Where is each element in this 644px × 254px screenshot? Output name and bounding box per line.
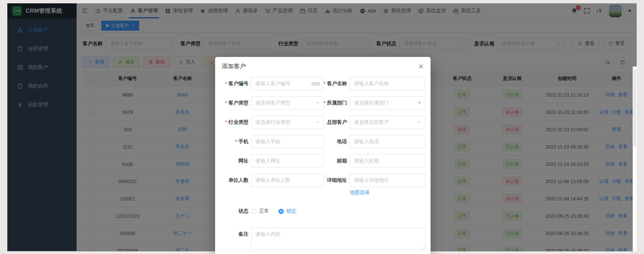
modal-form-row: 单位人数请输入单位人数详细地址请输入详细地址 <box>215 173 431 187</box>
field-label-客户类型: * 客户类型 <box>222 100 248 106</box>
radio-label: 正常 <box>259 208 269 214</box>
remark-placeholder: 请输入内容 <box>255 231 280 237</box>
field-label-手机: * 手机 <box>222 138 248 145</box>
field-label-邮箱: 邮箱 <box>324 158 347 164</box>
remark-textarea[interactable]: 请输入内容 <box>251 228 426 250</box>
required-asterisk: * <box>225 119 228 125</box>
field-input-客户名称[interactable]: 请输入客户名称 <box>350 77 425 90</box>
status-label: 状态 <box>222 208 248 214</box>
vertical-scrollbar[interactable] <box>633 67 637 251</box>
remark-label: 备注 <box>222 231 248 250</box>
field-label-电话: 电话 <box>324 138 347 145</box>
modal-form-row: * 手机请输入手机电话请输入电话 <box>215 135 431 148</box>
page: CRM CRM管理系统 平台配置客户管理审批管理业绩管理通讯录产品管理日历统计分… <box>0 0 644 254</box>
required-asterisk: * <box>225 100 228 106</box>
radio-circle-icon <box>251 209 256 214</box>
field-label-单位人数: 单位人数 <box>222 177 248 183</box>
status-radio-group: 正常锁定 <box>248 208 296 214</box>
field-placeholder: 请输入邮箱 <box>354 158 379 164</box>
chevron-down-icon <box>315 120 320 125</box>
field-placeholder: 请输入详细地址 <box>354 177 389 183</box>
field-input-单位人数[interactable]: 请输入单位人数 <box>251 173 324 187</box>
required-asterisk: * <box>324 81 327 86</box>
field-label-客户名称: * 客户名称 <box>324 81 347 87</box>
field-label-所属部门: * 所属部门 <box>324 100 347 106</box>
field-select-客户类型[interactable]: 请选择客户类型 <box>251 96 324 110</box>
remark-field-row: 备注 请输入内容 <box>215 228 431 250</box>
field-label-网址: 网址 <box>222 158 248 164</box>
field-label-行业类型: * 行业类型 <box>222 119 248 126</box>
modal-form-row: * 行业类型请选择行业类型总部客户请选择总部客户 <box>215 116 431 129</box>
radio-label: 锁定 <box>286 208 296 214</box>
char-counter: 0/22 <box>312 81 320 86</box>
modal-header: 添加客户 ✕ <box>215 62 431 70</box>
field-label-客户编号: * 客户编号 <box>222 81 248 87</box>
field-placeholder: 请输入客户编号 <box>255 81 290 87</box>
field-select-总部客户[interactable]: 请选择总部客户 <box>350 116 425 129</box>
field-select-行业类型[interactable]: 请选择行业类型 <box>251 116 324 129</box>
scrollbar-thumb[interactable] <box>633 69 636 147</box>
modal-form-row: * 客户编号请输入客户编号0/22* 客户名称请输入客户名称 <box>215 77 431 90</box>
field-placeholder: 请选择客户类型 <box>255 100 290 106</box>
radio-circle-icon <box>278 209 284 214</box>
caret-down-icon <box>418 102 421 104</box>
modal-title: 添加客户 <box>222 62 246 70</box>
map-select-link[interactable]: 地图选择 <box>350 189 370 195</box>
chevron-down-icon <box>315 101 320 105</box>
required-asterisk: * <box>324 100 327 106</box>
field-placeholder: 请输入单位人数 <box>255 177 290 183</box>
field-label-详细地址: 详细地址 <box>324 177 347 183</box>
field-label-总部客户: 总部客户 <box>324 119 347 126</box>
required-asterisk: * <box>225 81 228 86</box>
field-placeholder: 请输入手机 <box>255 138 280 145</box>
field-placeholder: 请输入电话 <box>354 138 379 145</box>
field-placeholder: 请输入网址 <box>255 158 280 164</box>
field-placeholder: 请选择行业类型 <box>255 119 290 126</box>
field-input-详细地址[interactable]: 请输入详细地址 <box>350 173 425 187</box>
required-asterisk: * <box>235 138 238 144</box>
add-customer-modal: 添加客户 ✕ * 客户编号请输入客户编号0/22* 客户名称请输入客户名称* 客… <box>215 57 431 254</box>
map-select-row: 地图选择 <box>215 189 431 197</box>
chevron-down-icon <box>417 120 421 125</box>
field-input-客户编号[interactable]: 请输入客户编号0/22 <box>251 77 324 90</box>
radio-锁定[interactable]: 锁定 <box>278 208 296 214</box>
field-input-手机[interactable]: 请输入手机 <box>251 135 324 148</box>
status-field-row: 状态 正常锁定 <box>215 208 431 214</box>
field-input-邮箱[interactable]: 请输入邮箱 <box>350 154 425 167</box>
modal-body: * 客户编号请输入客户编号0/22* 客户名称请输入客户名称* 客户类型请选择客… <box>215 77 431 250</box>
close-icon[interactable]: ✕ <box>418 63 424 70</box>
field-placeholder: 请输入客户名称 <box>354 81 389 87</box>
field-input-电话[interactable]: 请输入电话 <box>350 135 425 148</box>
field-placeholder: 请选择归属部门 <box>354 100 389 106</box>
radio-正常[interactable]: 正常 <box>251 208 269 214</box>
modal-form-row: 网址请输入网址邮箱请输入邮箱 <box>215 154 431 167</box>
field-input-网址[interactable]: 请输入网址 <box>251 154 324 167</box>
field-select-所属部门[interactable]: 请选择归属部门 <box>350 96 425 110</box>
modal-form-row: * 客户类型请选择客户类型* 所属部门请选择归属部门 <box>215 96 431 110</box>
field-placeholder: 请选择总部客户 <box>354 119 389 126</box>
